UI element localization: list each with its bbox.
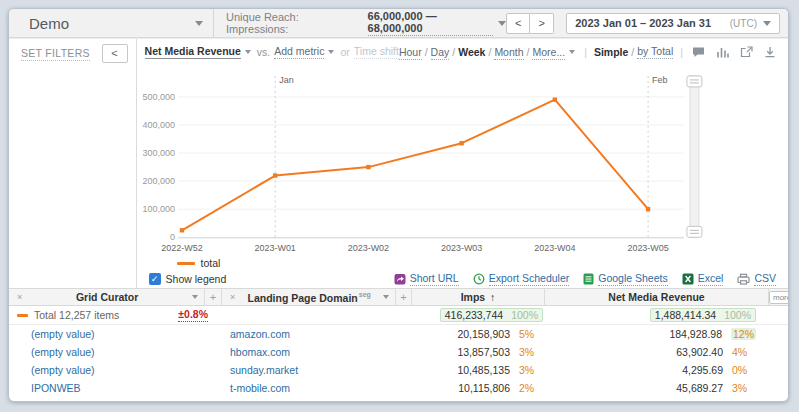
- total-revenue-value: 1,488,414.34: [655, 309, 716, 321]
- export-short-url[interactable]: Short URL: [394, 272, 459, 286]
- separator: /: [452, 46, 455, 58]
- excel-icon: [682, 273, 694, 285]
- chart-toolbar: Net Media Revenue vs. Add metric or Time…: [137, 39, 788, 66]
- total-revenue-pct: 100%: [724, 309, 751, 321]
- export-links: Short URLExport SchedulerGoogle SheetsEx…: [394, 272, 776, 286]
- chevron-down-icon: [498, 21, 506, 26]
- export-csv[interactable]: CSV: [737, 272, 776, 286]
- remove-column-icon[interactable]: ×: [17, 292, 22, 302]
- chart-legend[interactable]: total: [137, 256, 788, 270]
- next-period-button[interactable]: >: [530, 13, 554, 34]
- imps-value: 10,115,806: [458, 382, 510, 394]
- csv-icon: [737, 273, 750, 285]
- revenue-cell: 184,928.9812%: [545, 328, 769, 340]
- show-legend-toggle[interactable]: ✓ Show legend: [149, 273, 227, 285]
- sampling-error-badge[interactable]: ±0.8%: [178, 308, 208, 322]
- domain-cell[interactable]: sunday.market: [222, 364, 412, 376]
- svg-text:100,000: 100,000: [142, 204, 174, 214]
- series-color-swatch: [177, 262, 195, 265]
- revenue-chart[interactable]: 0100,000200,000300,000400,000500,000JanF…: [137, 66, 711, 256]
- revenue-cell: 63,902.404%: [545, 346, 769, 358]
- revenue-pct: 4%: [732, 346, 756, 358]
- add-metric-link[interactable]: Add metric: [274, 45, 324, 59]
- total-imps-pct: 100%: [511, 309, 538, 321]
- export-google-sheets[interactable]: Google Sheets: [583, 272, 667, 286]
- add-column-button[interactable]: +: [396, 289, 412, 305]
- series-name: total: [201, 257, 221, 269]
- granularity-hour[interactable]: Hour: [399, 46, 422, 60]
- imps-value: 20,158,903: [457, 328, 510, 340]
- reach-filter[interactable]: Unique Reach: Impressions: 66,000,000 — …: [226, 10, 506, 36]
- share-icon: [394, 273, 406, 285]
- curator-cell[interactable]: (empty value): [9, 328, 222, 340]
- column-header-imps[interactable]: Imps ↑: [412, 289, 545, 305]
- table-row: (empty value)amazon.com20,158,9035%184,9…: [9, 325, 788, 343]
- vs-label: vs.: [257, 46, 270, 58]
- svg-text:300,000: 300,000: [142, 148, 174, 158]
- show-legend-label: Show legend: [166, 273, 227, 285]
- data-table: × Grid Curator + × Landing Page Domainse…: [9, 288, 788, 397]
- export-link-label: CSV: [754, 272, 776, 286]
- y-zoom-slider[interactable]: [686, 76, 701, 237]
- column-header-grid-curator[interactable]: × Grid Curator: [9, 289, 205, 305]
- domain-cell[interactable]: hbomax.com: [222, 346, 412, 358]
- granularity-more[interactable]: More...: [532, 46, 565, 60]
- chevron-down-icon[interactable]: [383, 295, 389, 299]
- remove-column-icon[interactable]: ×: [230, 292, 235, 302]
- export-excel[interactable]: Excel: [682, 272, 724, 286]
- time-shift-link[interactable]: Time shift: [354, 45, 399, 59]
- app-window: Demo Unique Reach: Impressions: 66,000,0…: [8, 8, 789, 402]
- domain-cell[interactable]: amazon.com: [222, 328, 412, 340]
- mode-by-total[interactable]: by Total: [637, 45, 673, 59]
- checkbox-checked-icon[interactable]: ✓: [149, 273, 161, 285]
- date-range-value: 2023 Jan 01 – 2023 Jan 31: [575, 17, 730, 29]
- table-row: IPONWEBt-mobile.com10,115,8062%45,689.27…: [9, 379, 788, 397]
- add-column-button[interactable]: +: [205, 289, 222, 305]
- chart-controls-row: ✓ Show legend Short URLExport SchedulerG…: [137, 270, 788, 288]
- export-export-scheduler[interactable]: Export Scheduler: [473, 272, 570, 286]
- workspace-selector[interactable]: Demo: [9, 9, 214, 37]
- svg-text:2023-W02: 2023-W02: [347, 243, 388, 253]
- svg-text:2023-W03: 2023-W03: [441, 243, 482, 253]
- more-columns-button[interactable]: more: [769, 291, 789, 304]
- curator-cell[interactable]: IPONWEB: [9, 382, 222, 394]
- chevron-down-icon: [245, 50, 251, 54]
- granularity-week[interactable]: Week: [458, 46, 485, 58]
- clock-icon: [473, 273, 485, 285]
- collapse-sidebar-button[interactable]: <: [102, 44, 128, 63]
- granularity-month[interactable]: Month: [494, 46, 523, 60]
- bar-chart-icon[interactable]: [716, 46, 729, 58]
- svg-text:0: 0: [170, 232, 175, 242]
- comment-icon[interactable]: [692, 46, 705, 58]
- separator: /: [425, 46, 428, 58]
- domain-cell[interactable]: t-mobile.com: [222, 382, 412, 394]
- revenue-value: 45,689.27: [676, 382, 723, 394]
- table-header: × Grid Curator + × Landing Page Domainse…: [9, 289, 788, 306]
- metric-selector[interactable]: Net Media Revenue: [145, 45, 241, 59]
- total-imps-box: 416,233,744 100%: [440, 308, 543, 322]
- chevron-down-icon: [328, 50, 334, 54]
- set-filters-link[interactable]: SET FILTERS: [21, 47, 90, 61]
- table-total-row: Total 12,257 items ±0.8% 416,233,744 100…: [9, 306, 788, 325]
- revenue-pct: 12%: [731, 328, 756, 340]
- svg-text:400,000: 400,000: [142, 120, 174, 130]
- download-icon[interactable]: [764, 46, 776, 58]
- date-range-picker[interactable]: 2023 Jan 01 – 2023 Jan 31 (UTC): [566, 13, 780, 34]
- total-items-label: Total 12,257 items: [34, 309, 178, 321]
- column-header-net-media-revenue[interactable]: Net Media Revenue: [545, 289, 769, 305]
- curator-cell[interactable]: (empty value): [9, 364, 222, 376]
- prev-period-button[interactable]: <: [506, 13, 530, 34]
- chevron-down-icon[interactable]: [192, 295, 198, 299]
- table-body: (empty value)amazon.com20,158,9035%184,9…: [9, 325, 788, 397]
- mode-simple[interactable]: Simple: [594, 46, 628, 58]
- svg-text:2023-W05: 2023-W05: [627, 243, 668, 253]
- column-label: Imps: [461, 291, 486, 303]
- curator-cell[interactable]: (empty value): [9, 346, 222, 358]
- column-header-landing-page-domain[interactable]: × Landing Page Domainseg: [222, 289, 396, 305]
- external-link-icon[interactable]: [740, 46, 753, 58]
- export-link-label: Google Sheets: [598, 272, 667, 286]
- export-link-label: Export Scheduler: [489, 272, 570, 286]
- granularity-links: Hour/Day/Week/Month/More...: [399, 46, 565, 58]
- svg-text:2023-W01: 2023-W01: [254, 243, 295, 253]
- granularity-day[interactable]: Day: [431, 46, 450, 60]
